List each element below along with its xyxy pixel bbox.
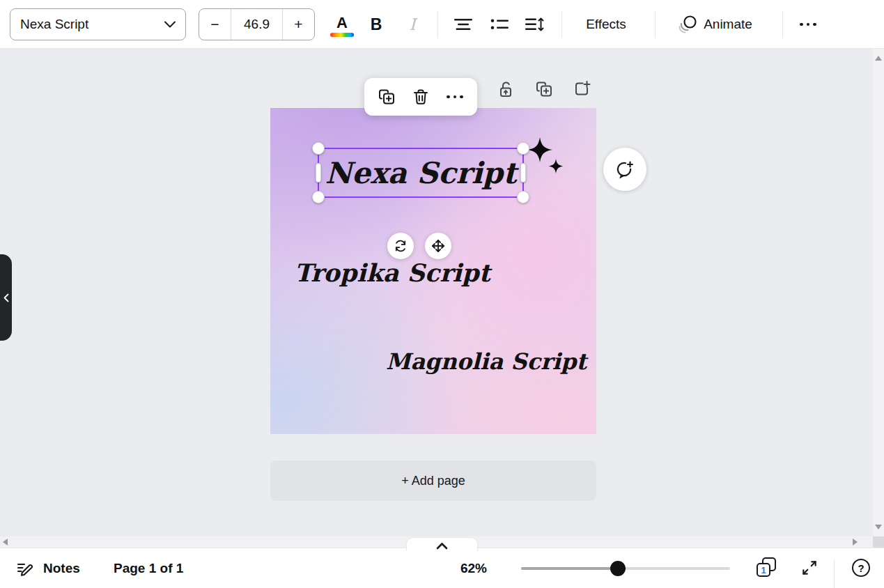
font-selector-value: Nexa Script <box>20 17 88 32</box>
help-button[interactable]: ? <box>847 554 875 582</box>
toolbar-divider <box>782 11 783 38</box>
zoom-slider-fill <box>521 567 618 570</box>
align-center-icon <box>454 17 472 31</box>
notes-label: Notes <box>43 561 80 576</box>
expand-pages-tab[interactable] <box>406 537 478 551</box>
spacing-button[interactable] <box>522 8 548 40</box>
fullscreen-button[interactable] <box>796 554 823 582</box>
canvas-text-tropika-script[interactable]: Tropika Script <box>294 258 490 287</box>
scroll-up-icon[interactable] <box>875 56 882 61</box>
chevron-left-icon <box>3 293 9 302</box>
page-thumbnail-icon: 1 <box>756 557 778 579</box>
move-handle[interactable] <box>425 233 451 259</box>
fullscreen-icon <box>800 559 819 577</box>
sparkle-icon[interactable] <box>525 136 566 175</box>
element-context-toolbar <box>364 78 477 116</box>
move-icon <box>431 238 446 254</box>
animate-icon <box>676 14 697 35</box>
resize-handle-right[interactable] <box>520 163 526 183</box>
lock-open-icon <box>496 79 515 99</box>
chevron-up-icon <box>436 542 448 550</box>
resize-handle-top-left[interactable] <box>312 142 325 155</box>
lock-page-button[interactable] <box>493 77 518 102</box>
rainbow-underline <box>330 33 354 37</box>
bold-button[interactable]: B <box>364 8 389 40</box>
scrollbar-corner <box>873 536 884 548</box>
bottom-bar-divider <box>834 559 835 588</box>
chevron-down-icon <box>164 21 176 28</box>
toolbar-divider <box>561 11 562 38</box>
add-to-page-icon <box>572 79 591 99</box>
resize-handle-bottom-right[interactable] <box>517 191 529 203</box>
font-size-increase-button[interactable]: + <box>283 9 314 40</box>
comment-plus-icon <box>614 159 635 180</box>
text-color-button[interactable]: A <box>328 8 356 40</box>
list-button[interactable] <box>487 8 512 40</box>
page-thumbnails-button[interactable]: 1 <box>753 554 781 582</box>
text-align-button[interactable] <box>451 8 476 40</box>
bottom-status-bar: Notes Page 1 of 1 62% 1 ? <box>0 548 884 588</box>
effects-button[interactable]: Effects <box>577 8 635 40</box>
add-comment-button[interactable] <box>603 148 646 191</box>
notes-icon <box>15 559 35 578</box>
delete-button[interactable] <box>407 83 435 111</box>
vertical-scrollbar[interactable] <box>873 49 884 536</box>
text-color-letter: A <box>336 15 348 31</box>
font-size-decrease-button[interactable]: − <box>199 9 231 40</box>
notes-button[interactable]: Notes <box>15 555 80 582</box>
trash-icon <box>411 87 431 107</box>
add-page-button[interactable]: + Add page <box>270 461 596 501</box>
scroll-right-icon[interactable] <box>853 539 858 546</box>
page-indicator: Page 1 of 1 <box>114 555 183 582</box>
duplicate-button[interactable] <box>373 83 401 111</box>
more-horizontal-icon <box>800 23 803 26</box>
font-size-input[interactable]: 46.9 <box>231 9 283 40</box>
duplicate-icon <box>377 87 396 107</box>
line-spacing-icon <box>525 17 545 32</box>
zoom-slider-thumb[interactable] <box>610 561 626 576</box>
more-options-button[interactable] <box>791 8 825 40</box>
add-page-above-button[interactable] <box>569 77 594 102</box>
duplicate-page-button[interactable] <box>532 77 557 102</box>
page-thumbnail-number: 1 <box>761 565 766 575</box>
scroll-down-icon[interactable] <box>875 525 882 529</box>
element-more-button[interactable] <box>441 83 469 111</box>
more-horizontal-icon <box>447 95 463 99</box>
rotate-handle[interactable] <box>387 233 414 259</box>
resize-handle-bottom-left[interactable] <box>312 191 325 203</box>
help-icon: ? <box>852 559 870 577</box>
font-selector[interactable]: Nexa Script <box>10 8 186 40</box>
toolbar-divider <box>437 11 438 38</box>
top-toolbar: Nexa Script − 46.9 + A B I <box>0 0 884 49</box>
toolbar-divider <box>655 11 656 38</box>
duplicate-page-icon <box>534 79 554 99</box>
animate-button[interactable]: Animate <box>664 8 765 40</box>
italic-button[interactable]: I <box>400 8 425 40</box>
zoom-slider[interactable] <box>521 561 730 576</box>
resize-handle-top-right[interactable] <box>517 142 529 155</box>
zoom-percent: 62% <box>456 555 491 582</box>
scroll-left-icon[interactable] <box>3 539 8 546</box>
resize-handle-left[interactable] <box>316 163 321 183</box>
font-size-control: − 46.9 + <box>199 8 315 40</box>
canvas-text-magnolia-script[interactable]: Magnolia Script <box>386 348 587 375</box>
animate-label: Animate <box>704 17 752 32</box>
selection-box[interactable] <box>318 148 524 198</box>
rotate-icon <box>393 238 408 254</box>
bulleted-list-icon <box>490 17 509 31</box>
collapse-panel-tab[interactable] <box>0 254 12 341</box>
